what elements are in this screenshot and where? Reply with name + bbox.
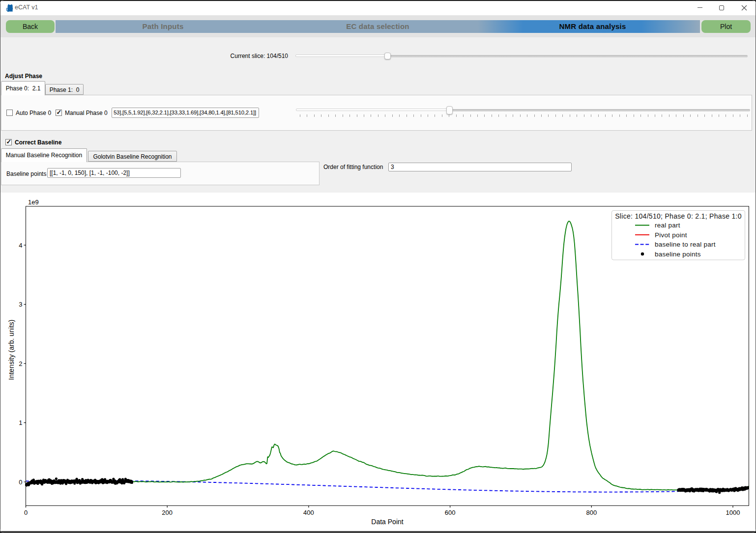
svg-text:200: 200 xyxy=(162,509,173,516)
svg-text:Slice: 104/510; Phase 0: 2.1;: Slice: 104/510; Phase 0: 2.1; Phase 1:0 xyxy=(615,212,742,220)
svg-text:4: 4 xyxy=(19,242,22,249)
svg-text:3: 3 xyxy=(19,301,22,308)
svg-text:Pivot point: Pivot point xyxy=(655,231,687,239)
svg-text:Intensity (arb. units): Intensity (arb. units) xyxy=(7,320,15,380)
svg-text:real part: real part xyxy=(655,222,680,229)
svg-text:0: 0 xyxy=(24,509,28,516)
svg-text:1e9: 1e9 xyxy=(28,198,39,206)
svg-text:2: 2 xyxy=(19,360,22,367)
svg-text:600: 600 xyxy=(445,509,456,516)
svg-text:800: 800 xyxy=(586,509,597,516)
svg-text:400: 400 xyxy=(303,509,314,516)
svg-text:Data Point: Data Point xyxy=(371,518,403,526)
svg-text:baseline to real part: baseline to real part xyxy=(655,241,716,248)
svg-text:1: 1 xyxy=(19,419,22,426)
svg-text:baseline points: baseline points xyxy=(655,251,701,258)
svg-text:0: 0 xyxy=(19,478,22,486)
svg-text:1000: 1000 xyxy=(726,509,740,516)
